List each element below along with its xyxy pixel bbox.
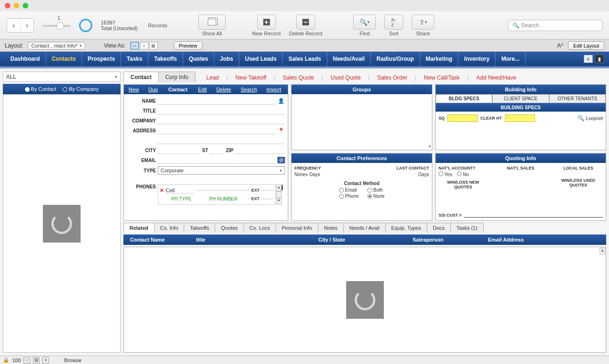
show-all-button[interactable] (198, 15, 226, 30)
email-icon[interactable]: @ (277, 157, 285, 163)
sq-field[interactable] (447, 114, 478, 122)
phone-scroll-down[interactable]: ▾ (276, 198, 282, 204)
delete-record-button[interactable]: − (296, 15, 315, 30)
rtab-docs[interactable]: Docs (427, 223, 451, 233)
phone-scroll-up[interactable]: ▴ (276, 185, 282, 191)
email-field[interactable] (158, 156, 276, 164)
by-contact-radio[interactable]: By Contact (25, 86, 57, 92)
rtab-equip[interactable]: Equip. Types (385, 223, 427, 233)
nav-radius-group[interactable]: Radius/Group (371, 52, 420, 66)
link-used-quote[interactable]: Used Quote (331, 74, 361, 81)
bldg-tab-tenants[interactable]: OTHER TENANTS (549, 94, 606, 103)
person-icon[interactable]: 👤 (277, 97, 285, 104)
cm-phone-radio[interactable]: Phone (339, 194, 359, 199)
nav-marketing[interactable]: Marketing (420, 52, 459, 66)
rtab-colocs[interactable]: Co. Locs (244, 223, 276, 233)
lock-icon[interactable]: 🔒 (3, 357, 9, 363)
mode-label[interactable]: Browse (64, 357, 81, 363)
sort-button[interactable]: a↓z (384, 15, 403, 30)
groups-body[interactable]: ▾ (292, 94, 432, 150)
bldg-tab-client[interactable]: CLIENT SPACE (492, 94, 549, 103)
rtab-related[interactable]: Related (123, 223, 154, 233)
city-field[interactable] (158, 146, 200, 154)
zoom-value[interactable]: 100 (12, 357, 21, 363)
rtab-personal[interactable]: Personal Info (276, 223, 318, 233)
type-dropdown[interactable]: Corporate▾ (158, 166, 285, 175)
tab-contact[interactable]: Contact (123, 72, 159, 82)
link-new-takeoff[interactable]: New Takeoff (235, 74, 267, 81)
zoom-in-button[interactable]: + (42, 357, 49, 364)
phone-delete-icon[interactable]: ✕ (160, 187, 164, 194)
sidebar-filter-dropdown[interactable]: ALL▾ (3, 72, 121, 82)
nav-jobs[interactable]: Jobs (214, 52, 239, 66)
related-scroll-up[interactable]: ▴ (600, 248, 605, 254)
map-pin-icon[interactable]: 📍 (277, 127, 285, 134)
cm-none-radio[interactable]: None (367, 194, 385, 199)
contact-new-action[interactable]: New (124, 87, 144, 92)
nav-prospects[interactable]: Prospects (82, 52, 121, 66)
share-button[interactable]: ⇧ ▾ (412, 15, 434, 30)
ssi-field[interactable] (464, 211, 603, 218)
link-sales-order[interactable]: Sales Order (377, 74, 407, 81)
view-list-icon[interactable]: ≡ (140, 42, 148, 49)
nav-needs-avail[interactable]: Needs/Avail (327, 52, 371, 66)
nav-sales-leads[interactable]: Sales Leads (283, 52, 327, 66)
nav-contacts[interactable]: Contacts (46, 52, 82, 66)
cm-email-radio[interactable]: Email (339, 187, 359, 193)
nav-tasks[interactable]: Tasks (121, 52, 148, 66)
global-search-input[interactable]: 🔍 Search (508, 20, 602, 31)
link-add-need-have[interactable]: Add Need/Have (476, 74, 516, 81)
loopnet-link[interactable]: 🔍Loopnet (577, 115, 603, 121)
nav-quotes[interactable]: Quotes (183, 52, 214, 66)
address-field[interactable] (158, 127, 276, 134)
natl-no-radio[interactable]: No (457, 171, 469, 177)
layout-dropdown[interactable]: Contact…ntact Info*▾ (28, 42, 85, 49)
rtab-needs[interactable]: Needs / Avail (343, 223, 386, 233)
zip-field[interactable] (235, 146, 285, 154)
name-field[interactable] (158, 97, 276, 105)
by-company-radio[interactable]: By Company (63, 86, 98, 92)
contact-search-action[interactable]: Search (236, 87, 262, 92)
nav-more[interactable]: More... (495, 52, 526, 66)
close-window-icon[interactable] (5, 3, 10, 8)
zoom-out-button[interactable]: − (24, 357, 30, 364)
st-field[interactable] (210, 146, 224, 154)
nav-inventory[interactable]: Inventory (458, 52, 495, 66)
address2-field[interactable] (158, 137, 285, 144)
contact-import-action[interactable]: Import (262, 87, 286, 92)
contact-edit-action[interactable]: Edit (193, 87, 211, 92)
link-lead[interactable]: Lead (206, 74, 219, 81)
contact-dup-action[interactable]: Dup (144, 87, 162, 92)
contact-delete-action[interactable]: Delete (211, 87, 236, 92)
phone-type-value[interactable]: Cell (166, 187, 194, 194)
maximize-window-icon[interactable] (23, 3, 28, 8)
view-table-icon[interactable]: ▦ (149, 42, 158, 49)
nav-dashboard[interactable]: Dashboard (5, 52, 46, 66)
minimize-window-icon[interactable] (14, 3, 19, 8)
bldg-tab-specs[interactable]: BLDG SPECS (436, 94, 492, 103)
rtab-coinfo[interactable]: Co. Info (154, 223, 185, 233)
rtab-quotes[interactable]: Quotes (215, 223, 244, 233)
natl-yes-radio[interactable]: Yes (438, 171, 452, 177)
text-format-icon[interactable]: Aᴬ (557, 42, 563, 49)
prev-record-button[interactable]: ‹ (7, 19, 20, 32)
view-compact-icon[interactable]: ≡ (584, 55, 593, 63)
groups-expand-icon[interactable]: ▾ (429, 144, 431, 149)
edit-layout-button[interactable]: Edit Layout (568, 41, 604, 50)
preview-button[interactable]: Preview (174, 41, 203, 50)
view-detail-icon[interactable]: ▮ (595, 55, 604, 63)
ext-field[interactable] (261, 190, 274, 191)
title-field[interactable] (158, 107, 285, 114)
new-record-button[interactable]: + (257, 15, 276, 30)
next-record-button[interactable]: › (20, 19, 33, 32)
tab-corpinfo[interactable]: Corp Info (158, 72, 195, 82)
nav-takeoffs[interactable]: Takeoffs (148, 52, 183, 66)
view-form-icon[interactable]: ▭ (130, 42, 139, 49)
link-new-call-task[interactable]: New Call/Task (424, 74, 460, 81)
frequency-value[interactable]: None▾ Days (294, 172, 320, 177)
cm-both-radio[interactable]: Both (367, 187, 385, 193)
clearht-field[interactable] (505, 114, 535, 122)
rtab-notes[interactable]: Notes (318, 223, 344, 233)
company-field[interactable] (158, 117, 285, 124)
nav-used-leads[interactable]: Used Leads (239, 52, 283, 66)
